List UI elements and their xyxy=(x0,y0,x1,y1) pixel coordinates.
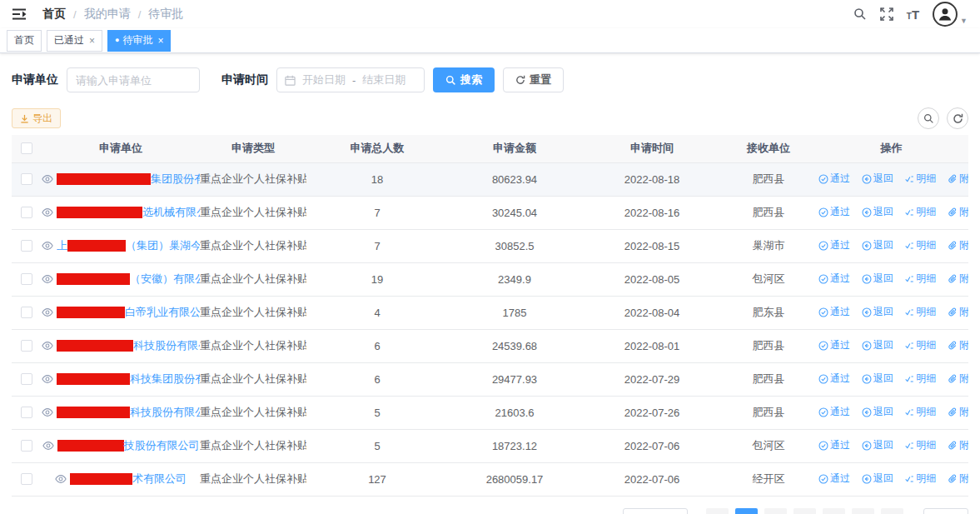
return-link[interactable]: 退回 xyxy=(862,372,893,386)
row-checkbox[interactable] xyxy=(21,373,32,385)
detail-link[interactable]: 明细 xyxy=(904,305,936,319)
row-checkbox[interactable] xyxy=(21,240,32,252)
page-button-5[interactable] xyxy=(852,508,874,514)
return-link[interactable]: 退回 xyxy=(862,338,893,352)
approve-link[interactable]: 通过 xyxy=(818,338,850,352)
tab-approved[interactable]: 已通过 × xyxy=(47,30,102,52)
eye-icon[interactable] xyxy=(42,373,53,385)
page-button-4[interactable] xyxy=(823,508,845,514)
reset-button[interactable]: 重置 xyxy=(503,67,564,92)
company-link[interactable]: 白帝乳业有限公司 xyxy=(57,305,200,320)
approve-link[interactable]: 通过 xyxy=(818,238,850,252)
close-icon[interactable]: × xyxy=(157,35,163,47)
row-checkbox[interactable] xyxy=(21,473,32,485)
eye-icon[interactable] xyxy=(42,440,54,452)
sidebar-toggle-icon[interactable] xyxy=(12,7,29,21)
unit-search-input[interactable] xyxy=(67,67,200,92)
eye-icon[interactable] xyxy=(42,340,53,352)
attachment-link[interactable]: 附件 xyxy=(948,405,968,419)
tab-pending[interactable]: ● 待审批 × xyxy=(107,30,171,52)
company-link[interactable]: 科技集团股份有限公 xyxy=(57,372,200,387)
eye-icon[interactable] xyxy=(42,240,53,252)
tab-home[interactable]: 首页 xyxy=(7,30,42,52)
approve-link[interactable]: 通过 xyxy=(818,472,850,486)
return-link[interactable]: 退回 xyxy=(862,405,893,419)
return-link[interactable]: 退回 xyxy=(862,472,893,486)
next-page-button[interactable] xyxy=(881,508,903,514)
approve-link[interactable]: 通过 xyxy=(818,305,850,319)
eye-icon[interactable] xyxy=(42,207,53,218)
attachment-link[interactable]: 附件 xyxy=(948,272,968,286)
company-link[interactable]: 技股份有限公司 xyxy=(57,438,200,453)
row-checkbox[interactable] xyxy=(21,273,32,285)
detail-link[interactable]: 明细 xyxy=(904,338,936,352)
eye-icon[interactable] xyxy=(42,407,53,418)
eye-icon[interactable] xyxy=(42,307,53,318)
page-button-3[interactable] xyxy=(793,508,816,514)
detail-link[interactable]: 明细 xyxy=(904,372,936,386)
search-icon[interactable] xyxy=(853,7,867,21)
company-link[interactable]: 科技股份有限公司 xyxy=(57,405,200,420)
return-link[interactable]: 退回 xyxy=(862,172,893,186)
avatar[interactable] xyxy=(933,2,958,27)
page-button-2[interactable] xyxy=(764,508,787,514)
prev-page-button[interactable] xyxy=(706,508,729,514)
approve-link[interactable]: 通过 xyxy=(818,205,850,219)
company-link[interactable]: 上（集团）巢湖今辰药 xyxy=(57,238,200,253)
close-icon[interactable]: × xyxy=(89,35,95,47)
detail-link[interactable]: 明细 xyxy=(904,405,936,419)
detail-link[interactable]: 明细 xyxy=(904,205,936,219)
detail-link[interactable]: 明细 xyxy=(904,172,936,186)
user-menu[interactable]: ▼ xyxy=(933,2,968,27)
eye-icon[interactable] xyxy=(42,173,53,185)
attachment-link[interactable]: 附件 xyxy=(948,438,968,452)
approve-link[interactable]: 通过 xyxy=(818,172,850,186)
breadcrumb-my-applications[interactable]: 我的申请 xyxy=(84,7,131,22)
approve-link[interactable]: 通过 xyxy=(818,405,850,419)
company-link[interactable]: 选机械有限公司 xyxy=(57,205,200,220)
detail-link[interactable]: 明细 xyxy=(904,438,936,452)
row-checkbox[interactable] xyxy=(21,340,32,352)
row-checkbox[interactable] xyxy=(21,440,32,452)
eye-icon[interactable] xyxy=(42,273,53,285)
font-size-icon[interactable]: TT xyxy=(907,8,919,21)
attachment-link[interactable]: 附件 xyxy=(948,338,968,352)
return-link[interactable]: 退回 xyxy=(862,438,893,452)
detail-link[interactable]: 明细 xyxy=(904,272,936,286)
company-link[interactable]: 科技股份有限公司 xyxy=(57,338,200,353)
return-link[interactable]: 退回 xyxy=(862,205,893,219)
export-button[interactable]: 导出 xyxy=(12,108,61,128)
approve-link[interactable]: 通过 xyxy=(818,438,850,452)
return-link[interactable]: 退回 xyxy=(862,272,893,286)
date-range-picker[interactable]: 开始日期 - 结束日期 xyxy=(276,67,425,92)
detail-link[interactable]: 明细 xyxy=(904,238,936,252)
refresh-table-button[interactable] xyxy=(947,107,968,129)
return-link[interactable]: 退回 xyxy=(862,238,893,252)
row-checkbox[interactable] xyxy=(21,407,32,418)
row-checkbox[interactable] xyxy=(21,307,32,318)
company-link[interactable]: （安徽）有限公司 xyxy=(57,272,200,287)
row-checkbox[interactable] xyxy=(21,207,32,218)
company-link[interactable]: 集团股份有限公 xyxy=(57,172,200,187)
eye-icon[interactable] xyxy=(55,473,67,485)
show-search-toggle-button[interactable] xyxy=(918,107,939,129)
detail-link[interactable]: 明细 xyxy=(904,472,936,486)
attachment-link[interactable]: 附件 xyxy=(948,205,968,219)
attachment-link[interactable]: 附件 xyxy=(948,372,968,386)
attachment-link[interactable]: 附件 xyxy=(948,472,968,486)
attachment-link[interactable]: 附件 xyxy=(948,172,968,186)
page-button-1[interactable] xyxy=(735,508,758,514)
approve-link[interactable]: 通过 xyxy=(818,372,850,386)
attachment-link[interactable]: 附件 xyxy=(948,238,968,252)
fullscreen-icon[interactable] xyxy=(880,7,893,21)
approve-link[interactable]: 通过 xyxy=(818,272,850,286)
select-all-checkbox[interactable] xyxy=(21,142,32,154)
return-link[interactable]: 退回 xyxy=(862,305,893,319)
company-link[interactable]: 术有限公司 xyxy=(70,472,187,487)
search-button[interactable]: 搜索 xyxy=(433,67,495,92)
page-jump-input[interactable] xyxy=(923,508,968,514)
breadcrumb-home[interactable]: 首页 xyxy=(42,7,66,22)
attachment-link[interactable]: 附件 xyxy=(948,305,968,319)
row-checkbox[interactable] xyxy=(21,173,32,185)
page-size-select[interactable] xyxy=(623,508,688,514)
